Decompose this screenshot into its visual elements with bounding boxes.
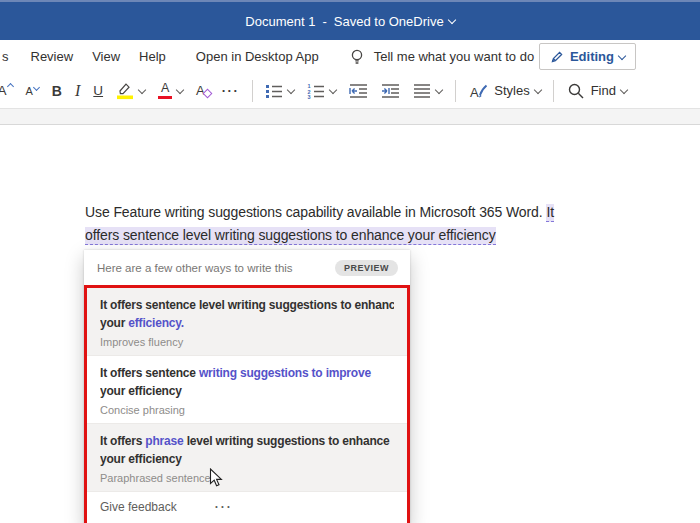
suggestion-text: It offers sentence writing suggestions t…: [100, 364, 394, 400]
suggestion-item[interactable]: It offers phrase level writing suggestio…: [87, 423, 407, 491]
suggestion-category-label: Concise phrasing: [100, 404, 394, 416]
popup-header-text: Here are a few other ways to write this: [97, 262, 293, 274]
find-button[interactable]: Find: [560, 77, 633, 105]
annotation-red-box: It offers sentence level writing suggest…: [84, 285, 410, 523]
lightbulb-icon: [349, 48, 365, 66]
font-color-icon: A: [158, 82, 172, 100]
svg-text:A: A: [470, 85, 479, 100]
document-text-line-1[interactable]: Use Feature writing suggestions capabili…: [85, 204, 554, 220]
shrink-font-button[interactable]: A: [19, 77, 45, 105]
tell-me-box[interactable]: Tell me what you want to do: [374, 49, 534, 64]
give-feedback-label[interactable]: Give feedback: [100, 500, 177, 514]
decrease-indent-icon: [349, 83, 368, 99]
clear-formatting-icon: A: [196, 83, 205, 98]
save-status-chevron-icon[interactable]: [447, 16, 455, 24]
writing-suggestions-popup: Here are a few other ways to write this …: [84, 250, 410, 523]
suggestion-item[interactable]: It offers sentence writing suggestions t…: [87, 355, 407, 423]
suggestion-text: It offers phrase level writing suggestio…: [100, 432, 394, 468]
bullets-button[interactable]: [259, 77, 301, 105]
toolbar-divider: [553, 80, 554, 102]
shrink-font-caret-icon: [33, 83, 40, 90]
search-icon: [567, 82, 585, 100]
styles-chevron-icon[interactable]: [533, 85, 541, 93]
numbering-button[interactable]: 123: [301, 77, 343, 105]
svg-text:3: 3: [308, 94, 311, 99]
toolbar-divider: [252, 80, 253, 102]
mouse-cursor-icon: [209, 468, 223, 489]
find-chevron-icon[interactable]: [620, 85, 628, 93]
title-separator: -: [322, 14, 326, 29]
highlighter-icon: [116, 81, 134, 100]
popup-header: Here are a few other ways to write this …: [84, 250, 410, 285]
tab-review[interactable]: Review: [31, 49, 74, 64]
styles-icon: A: [468, 82, 488, 100]
doc-text-selected: It: [546, 204, 554, 222]
find-label: Find: [591, 83, 616, 98]
editing-chevron-icon: [618, 51, 626, 59]
toolbar-divider: [455, 80, 456, 102]
grow-font-button[interactable]: A: [0, 77, 19, 105]
save-status[interactable]: Saved to OneDrive: [334, 14, 444, 29]
titlebar: Document 1 - Saved to OneDrive: [0, 0, 700, 40]
ribbon-tabs: s Review View Help Open in Desktop App T…: [0, 40, 700, 73]
suggestion-list: It offers sentence level writing suggest…: [87, 288, 407, 491]
font-color-button[interactable]: A: [152, 77, 190, 105]
open-in-desktop-app-button[interactable]: Open in Desktop App: [196, 49, 319, 64]
increase-indent-icon: [381, 83, 400, 99]
editing-mode-button[interactable]: Editing: [539, 43, 636, 70]
underline-button[interactable]: U: [87, 77, 110, 105]
doc-text-normal: Use Feature writing suggestions capabili…: [85, 204, 546, 220]
clear-formatting-button[interactable]: A: [190, 77, 212, 105]
suggestion-text: It offers sentence level writing suggest…: [100, 296, 394, 332]
bulleted-list-icon: [265, 83, 283, 99]
decrease-indent-button[interactable]: [343, 77, 375, 105]
more-font-options-button[interactable]: ···: [215, 77, 246, 105]
suggestion-item[interactable]: It offers sentence level writing suggest…: [87, 288, 407, 355]
increase-indent-button[interactable]: [375, 77, 407, 105]
tab-help[interactable]: Help: [139, 49, 166, 64]
font-color-chevron-icon[interactable]: [176, 85, 184, 93]
suggestion-category-label: Improves fluency: [100, 336, 394, 348]
alignment-button[interactable]: [407, 77, 449, 105]
grow-font-caret-icon: [6, 82, 13, 89]
pencil-icon: [550, 50, 564, 64]
give-feedback-row[interactable]: Give feedback ···: [87, 491, 407, 523]
more-options-button[interactable]: ···: [215, 500, 233, 514]
preview-badge: PREVIEW: [335, 260, 398, 276]
document-title[interactable]: Document 1: [245, 14, 315, 29]
align-text-icon: [413, 83, 431, 99]
highlight-chevron-icon[interactable]: [138, 85, 146, 93]
doc-text-selected: offers sentence level writing suggestion…: [85, 227, 496, 245]
bullets-chevron-icon[interactable]: [287, 85, 295, 93]
tab-references-partial[interactable]: s: [2, 49, 9, 64]
numbered-list-icon: 123: [307, 83, 325, 99]
numbering-chevron-icon[interactable]: [329, 85, 337, 93]
suggestion-category-label: Paraphrased sentence: [100, 472, 394, 484]
ribbon-document-gap: [0, 108, 700, 125]
editing-mode-label: Editing: [570, 49, 614, 64]
tab-view[interactable]: View: [92, 49, 120, 64]
bold-button[interactable]: B: [45, 77, 68, 105]
formatting-toolbar: A A B I U A A ··· 123: [0, 73, 700, 108]
alignment-chevron-icon[interactable]: [435, 85, 443, 93]
text-highlight-button[interactable]: [110, 77, 152, 105]
styles-button[interactable]: A Styles: [462, 77, 547, 105]
styles-label: Styles: [494, 83, 529, 98]
italic-button[interactable]: I: [68, 77, 86, 105]
document-text-line-2[interactable]: offers sentence level writing suggestion…: [85, 227, 496, 243]
